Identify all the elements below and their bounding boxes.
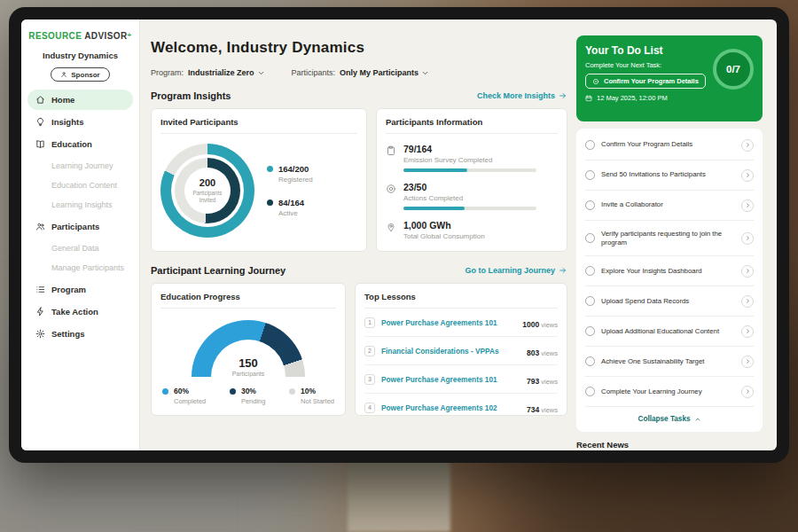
go-to-learning-journey-link[interactable]: Go to Learning Journey (465, 266, 567, 275)
sidebar-item-insights[interactable]: Insights (27, 112, 133, 132)
legend-dot (230, 388, 236, 395)
list-icon (35, 285, 45, 294)
task-checkbox[interactable] (585, 200, 595, 210)
sidebar-item-learning-journey[interactable]: Learning Journey (27, 156, 133, 176)
next-task-chip[interactable]: Confirm Your Program Details (585, 74, 706, 89)
nav-label: Participants (51, 222, 99, 231)
task-row[interactable]: Upload Spend Data Records (585, 286, 754, 317)
monitor-stand (348, 459, 450, 532)
task-row[interactable]: Send 50 Invitations to Participants (585, 160, 754, 191)
chevron-up-icon (694, 416, 701, 423)
top-lessons-card: Top Lessons 1 Power Purchase Agreements … (355, 283, 567, 416)
sponsor-label: Sponsor (71, 71, 99, 79)
task-checkbox[interactable] (585, 233, 595, 243)
task-open-button[interactable] (741, 265, 754, 278)
sidebar-item-program[interactable]: Program (27, 279, 133, 300)
participants-filter[interactable]: Participants: Only My Participants (292, 68, 430, 77)
legend-label: Pending (241, 397, 266, 405)
chevron-right-icon (745, 172, 751, 178)
sidebar-item-general-data[interactable]: General Data (27, 239, 133, 258)
lesson-link[interactable]: Financial Considerations - VPPAs (381, 347, 520, 356)
task-open-button[interactable] (741, 139, 754, 152)
todo-summary-card: Your To Do List Complete Your Next Task:… (576, 35, 763, 121)
task-row[interactable]: Explore Your Insights Dashboard (585, 256, 754, 286)
collapse-tasks-link[interactable]: Collapse Tasks (585, 407, 754, 430)
chevron-right-icon (745, 235, 751, 241)
sidebar-item-settings[interactable]: Settings (27, 324, 133, 344)
sidebar-item-education[interactable]: Education (27, 134, 133, 154)
task-checkbox[interactable] (585, 266, 595, 276)
lesson-views-unit: views (541, 349, 558, 357)
lesson-row: 1 Power Purchase Agreements 101 1000view… (364, 309, 558, 337)
task-label: Complete Your Learning Journey (601, 387, 735, 396)
task-open-button[interactable] (741, 356, 754, 368)
sidebar-item-take-action[interactable]: Take Action (27, 301, 133, 322)
sidebar-item-manage-participants[interactable]: Manage Participants (27, 258, 133, 278)
task-checkbox[interactable] (585, 170, 595, 180)
person-icon (60, 71, 67, 78)
task-open-button[interactable] (741, 295, 754, 308)
task-label: Achieve One Sustainability Target (601, 357, 735, 366)
nav-label: Education (51, 139, 92, 149)
task-checkbox[interactable] (585, 387, 595, 396)
app-logo: RESOURCEADVISOR+ (27, 31, 133, 41)
collapse-label: Collapse Tasks (638, 415, 690, 423)
task-row[interactable]: Complete Your Learning Journey (585, 377, 754, 407)
task-row[interactable]: Upload Additional Educational Content (585, 317, 754, 347)
people-icon (35, 222, 45, 231)
task-open-button[interactable] (741, 325, 754, 338)
lesson-views: 793 (527, 377, 539, 386)
task-row[interactable]: Achieve One Sustainability Target (585, 347, 754, 377)
check-more-insights-link[interactable]: Check More Insights (477, 91, 567, 100)
sidebar-nav: Home Insights Education Learning Journey… (27, 90, 133, 344)
lesson-link[interactable]: Power Purchase Agreements 101 (381, 318, 516, 327)
legend-dot (267, 166, 273, 172)
task-row[interactable]: Invite a Collaborator (585, 191, 754, 221)
education-progress-card: Education Progress 150 Participants (151, 283, 346, 416)
task-checkbox[interactable] (585, 296, 595, 306)
lesson-link[interactable]: Power Purchase Agreements 101 (381, 375, 520, 384)
sidebar-item-learning-insights[interactable]: Learning Insights (27, 195, 133, 215)
lesson-rank: 1 (364, 317, 375, 328)
task-open-button[interactable] (741, 169, 754, 182)
task-row[interactable]: Verify participants requesting to join t… (585, 221, 754, 256)
sidebar-item-participants[interactable]: Participants (27, 216, 133, 237)
book-icon (35, 139, 45, 149)
bolt-icon (35, 307, 45, 317)
legend-active: 84/164 Active (267, 198, 313, 217)
task-open-button[interactable] (741, 200, 754, 212)
legend-value: 30% (241, 387, 266, 395)
legend-label: Not Started (301, 397, 334, 405)
task-checkbox[interactable] (585, 140, 595, 150)
nav-label: Home (51, 95, 74, 105)
education-progress-gauge: 150 Participants (192, 320, 305, 377)
participants-filter-label: Participants: (292, 68, 336, 77)
sidebar-item-education-content[interactable]: Education Content (27, 176, 133, 195)
task-checkbox[interactable] (585, 356, 595, 366)
task-checkbox[interactable] (585, 326, 595, 336)
lesson-link[interactable]: Power Purchase Agreements 102 (381, 403, 520, 412)
task-open-button[interactable] (741, 232, 754, 245)
stat-actions-completed: 23/50 Actions Completed (386, 182, 558, 210)
legend-not-started: 10% Not Started (289, 387, 334, 405)
program-filter[interactable]: Program: Industrialize Zero (151, 68, 265, 77)
task-open-button[interactable] (741, 386, 754, 398)
program-insights-header: Program Insights Check More Insights (151, 90, 567, 101)
nav-label: Take Action (51, 307, 98, 317)
gear-icon (35, 329, 45, 339)
lesson-row: 4 Power Purchase Agreements 102 734views (364, 394, 558, 416)
location-pin-icon (386, 222, 396, 232)
link-label: Go to Learning Journey (465, 266, 555, 275)
sponsor-badge: Sponsor (51, 67, 109, 82)
donut-legend: 164/200 Registered 84/164 Active (267, 164, 313, 217)
photo-background: RESOURCEADVISOR+ Industry Dynamics Spons… (0, 0, 798, 532)
brand-advisor: ADVISOR (84, 31, 127, 41)
task-label: Explore Your Insights Dashboard (601, 267, 735, 276)
lesson-rank: 4 (364, 403, 375, 413)
task-row[interactable]: Confirm Your Program Details (585, 130, 754, 160)
stat-emission-survey: 79/164 Emission Survey Completed (386, 144, 558, 172)
sidebar-item-home[interactable]: Home (27, 90, 133, 110)
stat-value: 23/50 (403, 182, 536, 192)
chevron-right-icon (745, 358, 751, 364)
lightbulb-icon (35, 117, 45, 127)
